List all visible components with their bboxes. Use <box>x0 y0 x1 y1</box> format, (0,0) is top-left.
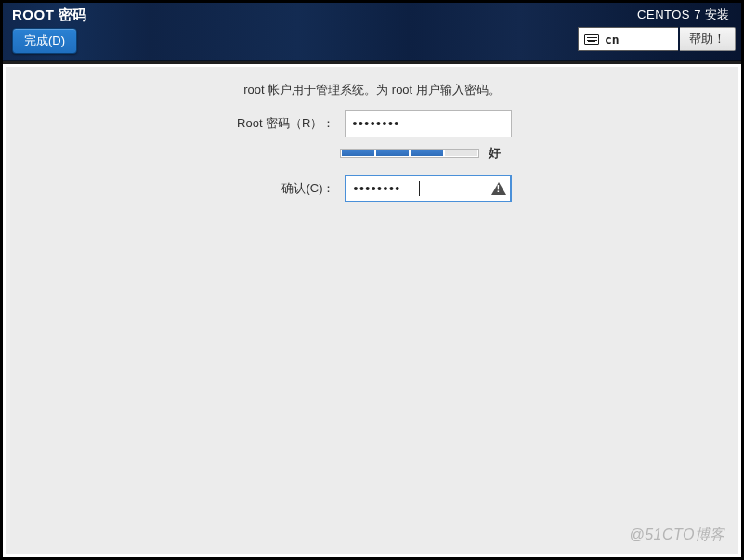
body-area: root 帐户用于管理系统。为 root 用户输入密码。 Root 密码（R）：… <box>6 67 738 554</box>
password-row: Root 密码（R）： <box>6 110 738 137</box>
confirm-password-input[interactable] <box>345 175 512 202</box>
header-bar: ROOT 密码 完成(D) CENTOS 7 安装 cn 帮助！ <box>3 3 741 64</box>
strength-segment <box>411 150 443 156</box>
installer-title: CENTOS 7 安装 <box>578 5 736 27</box>
confirm-row: 确认(C)： <box>6 175 738 202</box>
description: root 帐户用于管理系统。为 root 用户输入密码。 <box>6 82 738 110</box>
confirm-input-wrap <box>345 175 512 202</box>
help-button[interactable]: 帮助！ <box>680 27 736 51</box>
warning-icon <box>491 182 506 195</box>
page-title: ROOT 密码 <box>7 7 93 28</box>
header-controls: cn 帮助！ <box>578 27 736 51</box>
password-strength-meter <box>340 149 479 158</box>
text-cursor <box>419 181 420 196</box>
strength-label: 好 <box>489 145 516 162</box>
done-button[interactable]: 完成(D) <box>12 28 77 54</box>
keyboard-icon <box>584 34 599 45</box>
watermark: @51CTO博客 <box>629 526 725 545</box>
header-right: CENTOS 7 安装 cn 帮助！ <box>578 5 736 51</box>
strength-row: 好 <box>117 145 738 162</box>
header-left: ROOT 密码 完成(D) <box>7 7 93 54</box>
strength-segment <box>445 150 477 156</box>
password-input-wrap <box>345 110 512 137</box>
keyboard-layout-label: cn <box>605 33 620 46</box>
confirm-label: 确认(C)： <box>233 180 335 197</box>
root-password-input[interactable] <box>345 110 512 137</box>
content: root 帐户用于管理系统。为 root 用户输入密码。 Root 密码（R）：… <box>6 67 738 202</box>
strength-segment <box>376 150 409 156</box>
password-label: Root 密码（R）： <box>233 115 335 132</box>
strength-segment <box>342 150 374 156</box>
keyboard-layout-selector[interactable]: cn <box>578 27 678 51</box>
